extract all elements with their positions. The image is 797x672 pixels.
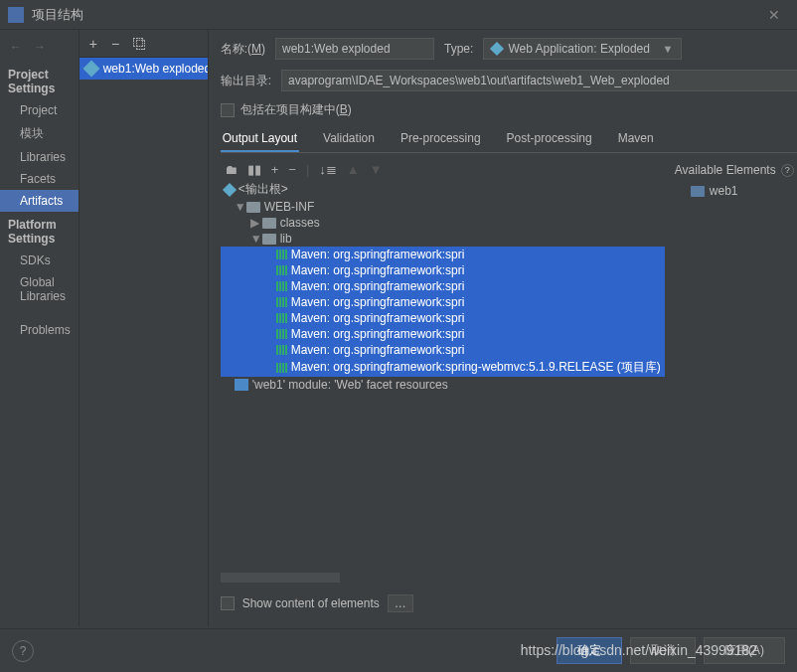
dialog-buttons: 确定 取消 应用(A) [557, 637, 785, 664]
library-icon [276, 313, 287, 323]
properties-icon[interactable]: ▮▮ [247, 162, 261, 177]
available-item[interactable]: web1 [675, 181, 797, 201]
add-icon[interactable]: + [89, 36, 97, 52]
sidebar: ← → Project Settings Project 模块 Librarie… [0, 30, 80, 626]
tab-preprocessing[interactable]: Pre-processing [398, 126, 483, 152]
name-input[interactable] [275, 38, 434, 60]
new-folder-icon[interactable]: 🖿 [225, 162, 238, 177]
tree-lib-item[interactable]: Maven: org.springframework:spri [221, 342, 665, 358]
folder-icon [262, 218, 276, 229]
sidebar-item-project[interactable]: Project [0, 99, 79, 121]
tree-resources[interactable]: 'web1' module: 'Web' facet resources [221, 377, 665, 393]
library-icon [276, 250, 287, 259]
library-icon [276, 345, 287, 355]
outdir-input[interactable] [281, 70, 797, 91]
tab-output-layout[interactable]: Output Layout [221, 126, 299, 152]
tab-validation[interactable]: Validation [321, 126, 377, 152]
output-tree[interactable]: <输出根> ▼WEB-INF ▶classes ▼lib Maven: org.… [221, 180, 665, 569]
tree-lib-item[interactable]: Maven: org.springframework:spri [221, 294, 665, 310]
chevron-down-icon: ▼ [663, 43, 674, 55]
name-label: 名称:(M) [221, 41, 265, 58]
sidebar-heading-platform: Platform Settings [0, 212, 79, 250]
ok-button[interactable]: 确定 [557, 637, 622, 664]
remove-item-icon[interactable]: − [288, 162, 296, 177]
type-select[interactable]: Web Application: Exploded ▼ [483, 38, 682, 60]
library-icon [276, 265, 287, 275]
artifact-icon [82, 61, 99, 78]
library-icon [276, 297, 287, 307]
main-layout: ← → Project Settings Project 模块 Librarie… [0, 30, 797, 626]
show-content-more-button[interactable]: … [388, 594, 413, 612]
sidebar-item-problems[interactable]: Problems [0, 319, 79, 341]
sidebar-item-libraries[interactable]: Libraries [0, 146, 79, 168]
move-down-icon[interactable]: ▼ [370, 162, 383, 177]
artifacts-toolbar: + − ⿻ [80, 30, 208, 58]
nav-arrows: ← → [0, 36, 79, 62]
back-icon[interactable]: ← [10, 40, 22, 54]
tree-lib-item[interactable]: Maven: org.springframework:spri [221, 278, 665, 294]
expand-icon[interactable]: ▶ [250, 216, 258, 230]
module-icon [691, 186, 705, 197]
show-content-checkbox[interactable] [221, 596, 235, 610]
tree-lib-item[interactable]: Maven: org.springframework:spri [221, 262, 665, 278]
available-panel: Available Elements? web1 [665, 159, 797, 618]
sidebar-item-global-libraries[interactable]: Global Libraries [0, 271, 79, 307]
sidebar-item-artifacts[interactable]: Artifacts [0, 190, 79, 212]
tree-panel: 🖿 ▮▮ + − | ↓≣ ▲ ▼ <输出根> ▼WEB-INF ▶classe… [221, 159, 665, 618]
expand-icon[interactable]: ▼ [250, 232, 258, 246]
remove-icon[interactable]: − [111, 36, 119, 52]
apply-button[interactable]: 应用(A) [704, 637, 785, 664]
output-layout-area: 🖿 ▮▮ + − | ↓≣ ▲ ▼ <输出根> ▼WEB-INF ▶classe… [221, 159, 797, 618]
tab-maven[interactable]: Maven [616, 126, 656, 152]
tabs: Output Layout Validation Pre-processing … [221, 126, 797, 153]
close-icon[interactable]: ✕ [759, 7, 789, 23]
sidebar-item-facets[interactable]: Facets [0, 168, 79, 190]
library-icon [276, 329, 287, 339]
tree-lib[interactable]: ▼lib [221, 231, 665, 247]
available-title: Available Elements? [675, 159, 797, 181]
artifacts-list: + − ⿻ web1:Web exploded [80, 30, 209, 626]
folder-icon [246, 202, 260, 213]
type-label: Type: [444, 42, 473, 56]
tree-lib-item[interactable]: Maven: org.springframework:spring-webmvc… [221, 358, 665, 377]
move-up-icon[interactable]: ▲ [347, 162, 360, 177]
forward-icon[interactable]: → [34, 40, 46, 54]
tab-postprocessing[interactable]: Post-processing [505, 126, 594, 152]
name-row: 名称:(M) Type: Web Application: Exploded ▼ [221, 38, 797, 60]
library-icon [276, 281, 287, 291]
folder-icon [262, 234, 276, 245]
window-title: 项目结构 [32, 6, 759, 24]
help-icon[interactable]: ? [781, 164, 794, 177]
show-content-label: Show content of elements [242, 596, 380, 610]
copy-icon[interactable]: ⿻ [133, 36, 147, 52]
include-build-row[interactable]: 包括在项目构建中(B) [221, 101, 797, 118]
add-item-icon[interactable]: + [271, 162, 279, 177]
show-content-row: Show content of elements … [221, 588, 665, 618]
tree-lib-item[interactable]: Maven: org.springframework:spri [221, 310, 665, 326]
tree-toolbar: 🖿 ▮▮ + − | ↓≣ ▲ ▼ [221, 159, 665, 180]
help-button[interactable]: ? [12, 640, 34, 662]
outdir-label: 输出目录: [221, 73, 271, 89]
tree-classes[interactable]: ▶classes [221, 215, 665, 231]
cancel-button[interactable]: 取消 [630, 637, 696, 664]
sort-icon[interactable]: ↓≣ [319, 162, 337, 177]
type-value: Web Application: Exploded [508, 42, 656, 56]
bottom-bar: ? 确定 取消 应用(A) [0, 628, 797, 672]
tree-root[interactable]: <输出根> [221, 180, 665, 199]
expand-icon[interactable]: ▼ [235, 200, 242, 214]
sidebar-item-sdks[interactable]: SDKs [0, 250, 79, 271]
app-icon [8, 7, 24, 23]
titlebar: 项目结构 ✕ [0, 0, 797, 30]
tree-lib-item[interactable]: Maven: org.springframework:spri [221, 326, 665, 342]
sidebar-heading-project: Project Settings [0, 62, 79, 99]
horizontal-scrollbar[interactable] [221, 573, 340, 583]
library-icon [276, 363, 287, 373]
include-label: 包括在项目构建中(B) [240, 101, 352, 118]
sidebar-item-modules[interactable]: 模块 [0, 121, 79, 146]
tree-lib-item[interactable]: Maven: org.springframework:spri [221, 247, 665, 262]
artifact-item[interactable]: web1:Web exploded [80, 58, 208, 80]
tree-webinf[interactable]: ▼WEB-INF [221, 199, 665, 215]
include-checkbox[interactable] [221, 103, 235, 117]
root-icon [223, 182, 237, 196]
artifact-item-label: web1:Web exploded [103, 62, 208, 76]
